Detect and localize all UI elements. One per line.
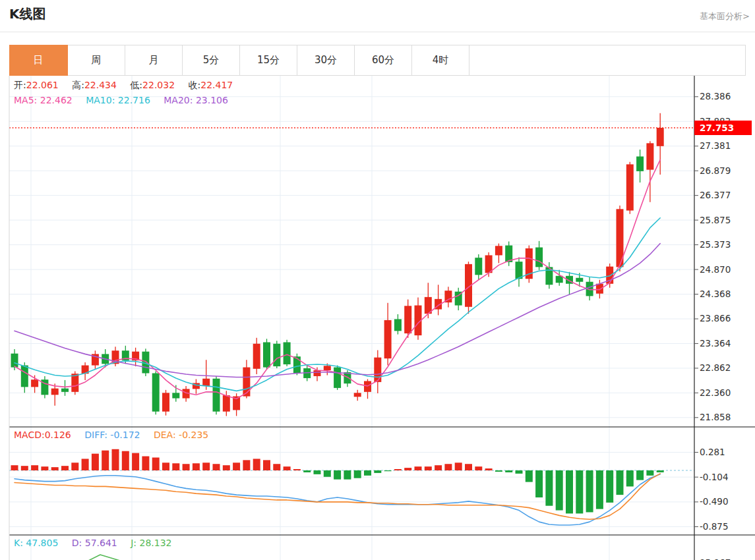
tab-30min[interactable]: 30分 bbox=[297, 45, 355, 75]
svg-text:23.364: 23.364 bbox=[700, 338, 731, 349]
svg-text:28.386: 28.386 bbox=[700, 91, 731, 101]
diff-line bbox=[15, 474, 660, 525]
svg-text:27.381: 27.381 bbox=[700, 140, 731, 151]
divider bbox=[0, 32, 755, 32]
dea-value: -0.235 bbox=[179, 430, 208, 440]
svg-text:95.967: 95.967 bbox=[700, 557, 731, 560]
open-label: 开: bbox=[14, 80, 26, 90]
d-label: D: bbox=[72, 538, 82, 548]
macd-info-row: MACD:0.126 DIFF: -0.172 DEA: -0.235 bbox=[14, 430, 208, 440]
j-value: 28.132 bbox=[140, 538, 172, 548]
svg-text:21.858: 21.858 bbox=[700, 412, 731, 422]
tab-5min[interactable]: 5分 bbox=[183, 45, 240, 75]
svg-text:26.377: 26.377 bbox=[700, 190, 731, 200]
svg-text:25.373: 25.373 bbox=[700, 239, 731, 250]
svg-text:0.281: 0.281 bbox=[700, 447, 725, 457]
svg-text:25.875: 25.875 bbox=[700, 215, 731, 225]
candles-layer bbox=[11, 113, 664, 416]
tab-week[interactable]: 周 bbox=[68, 45, 125, 75]
svg-text:-0.490: -0.490 bbox=[700, 496, 729, 507]
tab-month[interactable]: 月 bbox=[125, 45, 183, 75]
svg-text:22.862: 22.862 bbox=[700, 362, 731, 373]
close-label: 收: bbox=[189, 80, 201, 90]
k-label: K: bbox=[14, 538, 23, 548]
svg-text:27.753: 27.753 bbox=[700, 123, 734, 133]
ohlc-info-row: 开:22.061 高:22.434 低:22.032 收:22.417 bbox=[14, 80, 233, 92]
ma-line-ma20 bbox=[15, 244, 660, 378]
macd-label: MACD: bbox=[14, 430, 45, 440]
open-value: 22.061 bbox=[26, 80, 59, 90]
low-value: 22.032 bbox=[142, 80, 175, 90]
j-label: J: bbox=[131, 538, 136, 548]
d-value: 57.641 bbox=[85, 538, 117, 548]
ma5-value: 22.462 bbox=[40, 95, 73, 105]
svg-text:23.866: 23.866 bbox=[700, 313, 731, 323]
tab-15min[interactable]: 15分 bbox=[240, 45, 297, 75]
close-value: 22.417 bbox=[200, 80, 233, 90]
ma10-value: 22.716 bbox=[118, 95, 150, 105]
page-title: K线图 bbox=[9, 5, 46, 23]
ma20-value: 23.106 bbox=[196, 95, 228, 105]
dea-line bbox=[15, 474, 660, 519]
fundamental-analysis-link[interactable]: 基本面分析> bbox=[700, 11, 750, 22]
tab-4hour[interactable]: 4时 bbox=[412, 45, 469, 75]
diff-value: -0.172 bbox=[110, 430, 140, 440]
k-value: 47.805 bbox=[26, 538, 58, 548]
svg-text:-0.875: -0.875 bbox=[700, 521, 729, 532]
svg-text:22.360: 22.360 bbox=[700, 387, 731, 398]
svg-text:24.870: 24.870 bbox=[700, 264, 731, 275]
tab-60min[interactable]: 60分 bbox=[355, 45, 412, 75]
kdj-j-line-fragment bbox=[86, 555, 120, 560]
macd-value: 0.126 bbox=[45, 430, 71, 440]
high-label: 高: bbox=[72, 80, 84, 90]
tab-filler bbox=[469, 45, 745, 75]
ma10-label: MA10: bbox=[86, 95, 115, 105]
low-label: 低: bbox=[130, 80, 142, 90]
diff-label: DIFF: bbox=[84, 430, 107, 440]
axis-labels: 28.38627.88327.38126.87926.37725.87525.3… bbox=[694, 91, 731, 560]
kline-page: K线图 基本面分析> 日 周 月 5分 15分 30分 60分 4时 28.38… bbox=[0, 0, 755, 560]
high-value: 22.434 bbox=[84, 80, 117, 90]
tab-day[interactable]: 日 bbox=[9, 45, 68, 76]
macd-histogram bbox=[11, 449, 664, 514]
kdj-info-row: K: 47.805 D: 57.641 J: 28.132 bbox=[14, 538, 172, 548]
svg-text:24.368: 24.368 bbox=[700, 289, 731, 299]
dea-label: DEA: bbox=[154, 430, 176, 440]
svg-text:-0.104: -0.104 bbox=[700, 472, 729, 482]
interval-tabs: 日 周 月 5分 15分 30分 60分 4时 bbox=[9, 45, 746, 76]
ma-info-row: MA5: 22.462 MA10: 22.716 MA20: 23.106 bbox=[14, 95, 228, 105]
current-price-flag: 27.753 bbox=[694, 121, 752, 135]
kline-chart[interactable]: 28.38627.88327.38126.87926.37725.87525.3… bbox=[0, 76, 755, 560]
ma-line-ma10 bbox=[15, 218, 660, 391]
ma5-label: MA5: bbox=[14, 95, 37, 105]
ma20-label: MA20: bbox=[164, 95, 193, 105]
svg-text:26.879: 26.879 bbox=[700, 165, 731, 176]
